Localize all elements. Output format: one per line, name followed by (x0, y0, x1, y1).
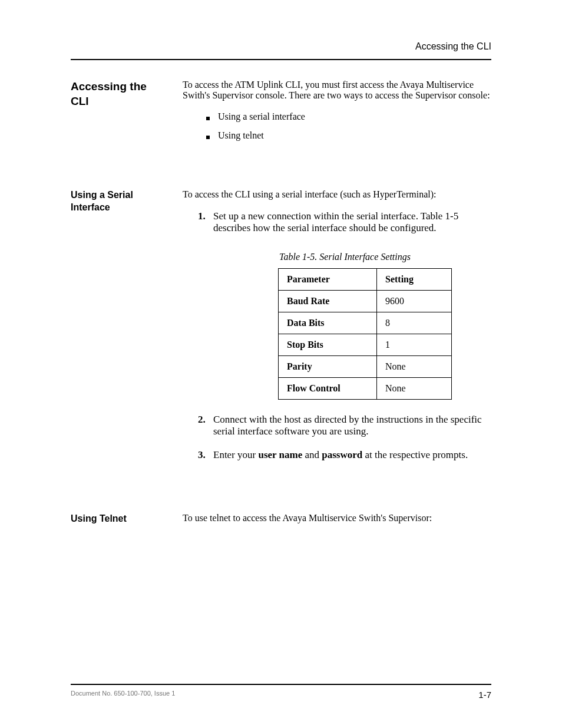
step-text-part: at the respective prompts. (362, 449, 468, 460)
table-row: Baud Rate 9600 (279, 291, 452, 312)
list-item: Using telnet (206, 130, 491, 141)
param-name: Stop Bits (279, 334, 377, 356)
col-header-parameter: Parameter (279, 269, 377, 291)
table-row: Flow Control None (279, 378, 452, 400)
table-row: Data Bits 8 (279, 312, 452, 334)
param-value: 8 (377, 312, 452, 334)
step-text: Set up a new connection within the seria… (213, 210, 458, 233)
document-page: Accessing the CLI Accessing the CLI To a… (0, 0, 562, 728)
section-telnet: Using Telnet To use telnet to access the… (71, 513, 491, 525)
step-text-part: Enter your (213, 449, 258, 460)
param-name: Baud Rate (279, 291, 377, 312)
param-value: 1 (377, 334, 452, 356)
serial-settings-table: Parameter Setting Baud Rate 9600 Data Bi… (278, 268, 452, 400)
step-text: Connect with the host as directed by the… (213, 414, 482, 437)
step-item: Set up a new connection within the seria… (198, 210, 491, 400)
param-value: None (377, 356, 452, 378)
list-item: Using a serial interface (206, 111, 491, 122)
header-rule (71, 59, 491, 60)
section-intro: To access the ATM Uplink CLI, you must f… (183, 80, 491, 101)
step-bold-username: user name (258, 449, 302, 460)
param-name: Parity (279, 356, 377, 378)
param-value: None (377, 378, 452, 400)
footer-doc-id: Document No. 650-100-700, Issue 1 (71, 690, 175, 697)
table-wrap: Table 1-5. Serial Interface Settings Par… (278, 252, 491, 400)
steps-list: Set up a new connection within the seria… (183, 210, 491, 461)
param-name: Data Bits (279, 312, 377, 334)
content-area: Accessing the CLI To access the ATM Upli… (71, 80, 491, 525)
step-item: Connect with the host as directed by the… (198, 414, 491, 437)
section-accessing-cli: Accessing the CLI To access the ATM Upli… (71, 80, 491, 149)
col-header-setting: Setting (377, 269, 452, 291)
table-caption: Table 1-5. Serial Interface Settings (279, 252, 491, 262)
section-intro: To access the CLI using a serial interfa… (183, 189, 491, 200)
step-item: Enter your user name and password at the… (198, 449, 491, 461)
param-name: Flow Control (279, 378, 377, 400)
access-methods-list: Using a serial interface Using telnet (183, 111, 491, 141)
page-number: 1-7 (478, 690, 491, 700)
section-heading: Using a Serial Interface (71, 189, 165, 214)
param-value: 9600 (377, 291, 452, 312)
table-row: Stop Bits 1 (279, 334, 452, 356)
section-heading: Accessing the CLI (71, 80, 165, 108)
section-serial-interface: Using a Serial Interface To access the C… (71, 189, 491, 473)
step-text-part: and (302, 449, 322, 460)
table-header-row: Parameter Setting (279, 269, 452, 291)
step-bold-password: password (322, 449, 362, 460)
running-head: Accessing the CLI (415, 41, 491, 52)
section-heading: Using Telnet (71, 513, 165, 525)
section-intro: To use telnet to access the Avaya Multis… (183, 513, 491, 523)
footer-rule (71, 684, 491, 685)
table-row: Parity None (279, 356, 452, 378)
